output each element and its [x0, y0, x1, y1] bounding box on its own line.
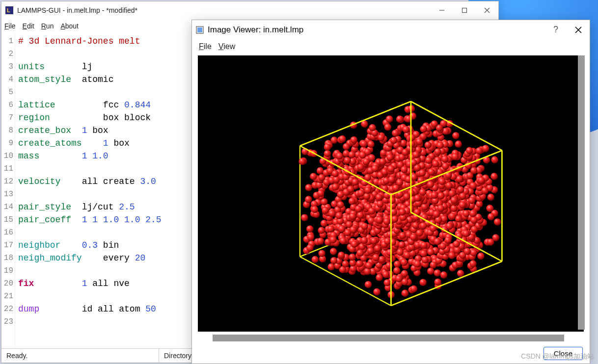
viewer-canvas-wrap	[198, 55, 584, 341]
svg-point-613	[494, 219, 501, 226]
svg-point-19	[410, 286, 417, 292]
menu-file[interactable]: File	[4, 22, 16, 30]
svg-point-396	[306, 244, 313, 251]
viewer-close-x[interactable]	[567, 21, 590, 39]
svg-point-206	[401, 259, 408, 266]
viewer-close-button[interactable]: Close	[544, 347, 583, 360]
svg-point-1111	[437, 205, 444, 212]
svg-point-734	[488, 213, 494, 220]
svg-point-1434	[392, 185, 399, 192]
svg-point-1542	[390, 137, 397, 144]
svg-point-245	[338, 252, 345, 259]
svg-point-750	[361, 223, 368, 230]
svg-point-1249	[491, 156, 498, 163]
main-title: LAMMPS-GUI - in.melt.lmp - *modified*	[17, 6, 137, 14]
window-controls	[431, 1, 498, 19]
viewer-hscroll[interactable]	[213, 335, 564, 341]
viewer-vscroll[interactable]	[578, 55, 585, 329]
svg-point-1603	[431, 121, 437, 128]
viewer-help-button[interactable]: ?	[544, 21, 567, 39]
svg-point-840	[462, 210, 469, 217]
close-button[interactable]	[476, 1, 498, 19]
svg-point-736	[311, 206, 318, 213]
svg-point-1397	[427, 181, 434, 188]
viewer-canvas[interactable]	[198, 55, 584, 331]
svg-point-1530	[401, 166, 408, 173]
viewer-menu-file[interactable]: File	[199, 42, 212, 51]
svg-point-223	[372, 254, 379, 261]
svg-point-1200	[299, 158, 305, 165]
svg-point-1594	[392, 130, 399, 137]
main-titlebar[interactable]: L LAMMPS-GUI - in.melt.lmp - *modified*	[1, 1, 498, 19]
svg-point-1300	[364, 187, 371, 194]
svg-point-16	[373, 288, 380, 295]
svg-point-114	[365, 262, 372, 269]
svg-point-525	[327, 226, 334, 233]
svg-point-1050	[368, 208, 375, 214]
svg-point-990	[317, 190, 324, 197]
svg-point-732	[322, 207, 328, 214]
svg-point-290	[356, 250, 363, 257]
svg-point-419	[351, 241, 358, 248]
menu-about[interactable]: About	[60, 22, 79, 30]
svg-point-1540	[425, 157, 432, 164]
svg-point-285	[397, 249, 404, 256]
svg-point-443	[371, 237, 378, 244]
svg-point-1032	[420, 223, 427, 230]
menu-edit[interactable]: Edit	[23, 22, 34, 30]
svg-point-1034	[449, 213, 456, 220]
svg-point-1107	[332, 183, 339, 190]
svg-point-1033	[310, 173, 317, 180]
svg-point-1256	[352, 179, 358, 185]
svg-point-1183	[470, 182, 477, 189]
svg-point-1481	[455, 141, 462, 148]
svg-point-519	[398, 241, 405, 248]
svg-rect-3	[462, 8, 467, 13]
menu-run[interactable]: Run	[41, 22, 54, 30]
viewer-titlebar[interactable]: Image Viewer: in.melt.lmp ?	[192, 20, 590, 39]
minimize-button[interactable]	[431, 1, 453, 19]
svg-point-327	[448, 252, 455, 259]
svg-point-1303	[470, 167, 477, 174]
svg-point-82	[393, 267, 400, 274]
svg-point-922	[357, 212, 364, 219]
svg-point-779	[487, 205, 493, 212]
svg-point-647	[301, 214, 308, 221]
svg-point-493	[492, 234, 499, 241]
svg-point-459	[321, 220, 327, 227]
svg-point-649	[361, 237, 368, 244]
svg-point-1441	[324, 144, 331, 151]
svg-point-1259	[332, 170, 339, 177]
svg-point-1275	[399, 209, 406, 216]
maximize-button[interactable]	[453, 1, 476, 19]
svg-point-905	[468, 197, 475, 204]
svg-point-44	[401, 270, 408, 277]
svg-point-1113	[421, 204, 428, 210]
svg-point-1116	[459, 193, 466, 200]
svg-point-1070	[482, 187, 489, 194]
svg-point-602	[399, 232, 406, 239]
svg-point-1076	[490, 173, 497, 180]
svg-point-1605	[420, 126, 427, 133]
svg-point-1604	[403, 126, 409, 133]
svg-point-1525	[367, 141, 374, 148]
svg-point-728	[462, 230, 469, 237]
svg-point-52	[382, 271, 389, 278]
svg-point-1311	[388, 197, 395, 204]
svg-point-1477	[363, 158, 370, 165]
svg-point-1419	[381, 169, 388, 176]
svg-point-1503	[387, 166, 394, 173]
svg-point-1406	[442, 163, 449, 170]
svg-point-163	[342, 260, 349, 267]
svg-point-1601	[408, 134, 415, 141]
viewer-menu-view[interactable]: View	[218, 42, 235, 51]
svg-point-399	[374, 245, 381, 252]
svg-point-14	[402, 290, 408, 297]
svg-point-32	[365, 281, 372, 288]
svg-point-1487	[359, 152, 366, 158]
svg-point-562	[420, 242, 427, 249]
svg-point-1602	[384, 124, 391, 131]
svg-point-714	[410, 234, 417, 241]
svg-point-1369	[344, 157, 351, 164]
svg-point-1400	[414, 195, 421, 202]
